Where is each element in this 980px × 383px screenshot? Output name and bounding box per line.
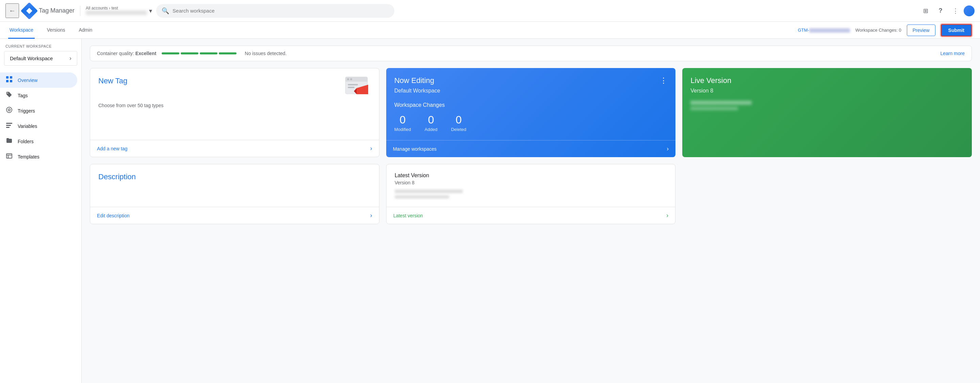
app-title: Tag Manager <box>39 7 75 14</box>
now-editing-more-icon[interactable]: ⋮ <box>660 76 667 85</box>
deleted-number: 0 <box>451 114 466 126</box>
svg-rect-2 <box>6 80 8 82</box>
svg-point-16 <box>350 78 352 80</box>
triggers-icon <box>5 106 13 115</box>
quality-bar: Container quality: Excellent No issues d… <box>90 46 972 61</box>
quality-label: Container quality: Excellent <box>97 51 156 56</box>
back-button[interactable]: ← <box>5 3 19 18</box>
preview-button[interactable]: Preview <box>907 24 935 36</box>
nav-actions: ⊞ ? ⋮ <box>919 4 975 18</box>
tab-admin[interactable]: Admin <box>77 22 94 39</box>
search-input[interactable] <box>172 8 389 14</box>
description-footer-chevron-icon: › <box>370 212 372 219</box>
tab-workspace[interactable]: Workspace <box>8 22 35 39</box>
learn-more-link[interactable]: Learn more <box>940 51 965 56</box>
svg-rect-7 <box>6 125 11 126</box>
new-tag-illustration <box>344 75 371 99</box>
now-editing-header: Now Editing Default Workspace ⋮ <box>395 76 668 94</box>
latest-version-card: Latest Version Version 8 Latest version … <box>386 164 676 224</box>
new-tag-description: Choose from over 50 tag types <box>98 103 371 108</box>
no-issues-text: No issues detected. <box>245 51 286 56</box>
description-card: Description Edit description › <box>90 164 379 224</box>
live-version-blurred-text-1 <box>690 101 752 105</box>
sub-navigation: Workspace Versions Admin GTM- Workspace … <box>0 22 980 39</box>
live-version-card-body: Live Version Version 8 <box>682 68 972 157</box>
now-editing-title: Now Editing <box>395 76 440 85</box>
live-version-subtitle: Version 8 <box>690 88 964 94</box>
submit-button[interactable]: Submit <box>941 24 972 37</box>
now-editing-subtitle: Default Workspace <box>395 88 440 94</box>
now-editing-title-area: Now Editing Default Workspace <box>395 76 440 94</box>
svg-rect-9 <box>6 154 12 158</box>
svg-rect-3 <box>10 80 12 82</box>
svg-point-4 <box>6 107 12 113</box>
description-card-footer[interactable]: Edit description › <box>90 207 379 224</box>
svg-rect-14 <box>345 81 368 82</box>
sidebar-item-triggers[interactable]: Triggers <box>0 103 77 118</box>
account-name-blurred <box>86 11 147 15</box>
latest-version-title: Latest Version <box>395 172 667 179</box>
added-number: 0 <box>425 114 438 126</box>
folders-icon <box>5 137 13 146</box>
now-editing-card-body: Now Editing Default Workspace ⋮ Workspac… <box>386 68 676 140</box>
now-editing-footer-chevron-icon: › <box>667 145 669 153</box>
new-tag-icon-area <box>344 75 371 100</box>
manage-workspaces-link: Manage workspaces <box>393 146 437 152</box>
sidebar-item-tags[interactable]: Tags <box>0 88 77 103</box>
svg-rect-6 <box>6 123 12 124</box>
cards-grid: New Tag Choose from over 50 tag types Ad… <box>90 68 972 224</box>
new-tag-card-body: New Tag Choose from over 50 tag types <box>90 68 379 140</box>
change-stat-modified: 0 Modified <box>395 114 411 132</box>
gtm-id: GTM- <box>798 27 850 33</box>
workspace-name: Default Workspace <box>10 56 53 61</box>
live-version-card: Live Version Version 8 <box>682 68 972 157</box>
svg-rect-17 <box>348 84 358 85</box>
sidebar-nav: Overview Tags Triggers <box>0 72 81 164</box>
now-editing-card-footer[interactable]: Manage workspaces › <box>386 140 676 157</box>
workspace-chevron-icon: › <box>69 55 72 62</box>
account-dropdown-chevron[interactable]: ▾ <box>149 7 152 14</box>
account-selector[interactable]: All accounts › test ▾ <box>80 6 152 16</box>
logo-area: Tag Manager <box>23 5 75 17</box>
sidebar-item-overview[interactable]: Overview <box>0 72 77 88</box>
live-version-title: Live Version <box>690 76 964 85</box>
quality-segment-2 <box>181 52 198 54</box>
grid-icon-button[interactable]: ⊞ <box>919 4 932 18</box>
avatar[interactable] <box>964 5 975 16</box>
current-workspace-label: CURRENT WORKSPACE <box>0 44 81 51</box>
description-title: Description <box>98 172 371 181</box>
variables-icon <box>5 122 13 130</box>
latest-version-blurred-2 <box>395 195 449 199</box>
quality-segment-3 <box>200 52 218 54</box>
latest-version-card-footer[interactable]: Latest version › <box>387 207 675 224</box>
help-icon-button[interactable]: ? <box>934 4 947 18</box>
svg-rect-1 <box>10 76 12 79</box>
help-icon: ? <box>939 7 943 14</box>
changes-stats: 0 Modified 0 Added 0 Deleted <box>395 114 668 132</box>
account-breadcrumb-area: All accounts › test <box>86 6 147 16</box>
search-bar: 🔍 <box>156 4 395 18</box>
sidebar-item-templates[interactable]: Templates <box>0 149 77 164</box>
sidebar: CURRENT WORKSPACE Default Workspace › Ov… <box>0 39 82 383</box>
latest-version-subtitle: Version 8 <box>395 180 667 185</box>
sub-nav-right: GTM- Workspace Changes: 0 Preview Submit <box>798 24 972 37</box>
add-new-tag-link: Add a new tag <box>97 146 127 151</box>
sidebar-item-folders[interactable]: Folders <box>0 133 77 149</box>
modified-label: Modified <box>395 127 411 132</box>
more-vert-icon: ⋮ <box>953 7 959 14</box>
workspace-selector[interactable]: Default Workspace › <box>4 51 77 66</box>
svg-rect-18 <box>348 87 355 88</box>
tab-versions[interactable]: Versions <box>46 22 67 39</box>
latest-version-link: Latest version <box>393 213 423 218</box>
more-vert-icon-button[interactable]: ⋮ <box>949 4 962 18</box>
tags-icon <box>5 91 13 100</box>
new-tag-card-footer[interactable]: Add a new tag › <box>90 140 379 157</box>
sidebar-item-templates-label: Templates <box>18 154 40 159</box>
grid-icon: ⊞ <box>923 7 928 14</box>
top-navigation: ← Tag Manager All accounts › test ▾ 🔍 ⊞ … <box>0 0 980 22</box>
quality-segment-4 <box>219 52 237 54</box>
workspace-changes-count: Workspace Changes: 0 <box>856 27 901 33</box>
sidebar-item-folders-label: Folders <box>18 139 34 144</box>
sidebar-item-variables[interactable]: Variables <box>0 118 77 133</box>
change-stat-added: 0 Added <box>425 114 438 132</box>
